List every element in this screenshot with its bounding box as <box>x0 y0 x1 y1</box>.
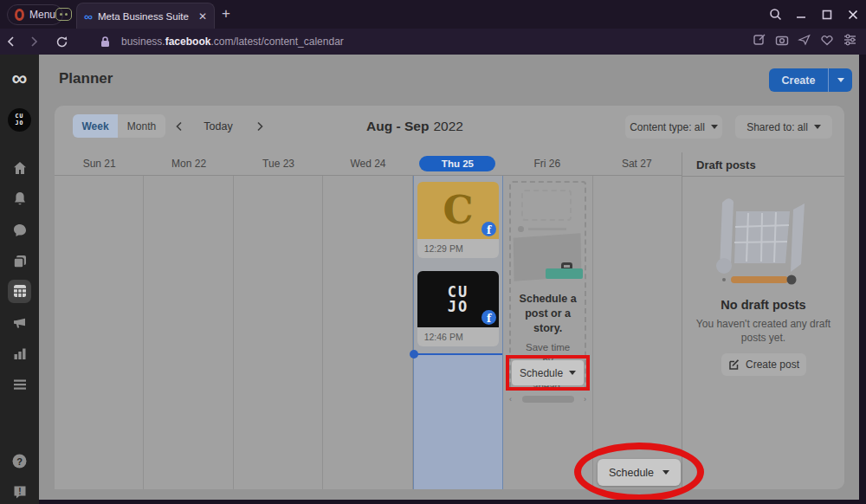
scroll-right-icon[interactable]: › <box>584 395 586 404</box>
chevron-down-icon <box>837 78 844 82</box>
placeholder-text-line <box>528 228 566 230</box>
calendar-column-sat[interactable] <box>593 176 682 489</box>
ads-icon[interactable] <box>0 311 39 333</box>
browser-menu-label: Menu <box>29 9 55 21</box>
lock-icon[interactable] <box>94 36 116 48</box>
calendar-column-thu[interactable]: C f 12:29 PM CUJO f 12:46 PM <box>413 176 503 489</box>
post-2-thumbnail: CUJO f <box>417 271 499 327</box>
today-button[interactable]: Today <box>196 114 241 138</box>
meta-logo-icon[interactable]: ∞ <box>0 67 39 89</box>
back-icon[interactable] <box>0 36 23 48</box>
shared-to-filter[interactable]: Shared to: all <box>735 115 832 139</box>
calendar-grid: C f 12:29 PM CUJO f 12:46 PM <box>55 176 682 489</box>
day-header-tue[interactable]: Tue 23 <box>234 152 323 175</box>
divider <box>682 176 844 177</box>
svg-text:!: ! <box>18 487 21 496</box>
post-2-time: 12:46 PM <box>417 327 499 346</box>
day-header-wed[interactable]: Wed 24 <box>323 152 412 175</box>
post-2-thumb-logo: CUJO <box>448 285 469 313</box>
chevron-down-icon <box>711 125 718 129</box>
heart-icon[interactable] <box>820 33 834 50</box>
day-header-sun[interactable]: Sun 21 <box>55 152 144 175</box>
business-avatar[interactable]: CUJO <box>8 108 31 132</box>
create-button[interactable]: Create <box>769 68 852 92</box>
browser-search-icon[interactable] <box>762 0 788 29</box>
post-1-thumbnail: C f <box>417 182 499 239</box>
maximize-button[interactable] <box>814 0 840 29</box>
draft-posts-title: Draft posts <box>696 158 756 171</box>
placeholder-title: Schedule a post or a story. <box>511 292 585 336</box>
workspace-icon[interactable] <box>55 8 72 21</box>
placeholder-avatar-dot <box>518 226 524 232</box>
minimize-button[interactable] <box>788 0 814 29</box>
planner-page: Planner Create Week Month Today Aug - Se… <box>39 55 859 500</box>
address-bar: business.facebook.com/latest/content_cal… <box>0 29 866 55</box>
selected-day-highlight <box>414 355 502 489</box>
browser-tab-bar: Menu ∞ Meta Business Suite ✕ + <box>0 0 866 29</box>
app-sidebar: ∞ CUJO ? ! <box>0 55 39 504</box>
scroll-left-icon[interactable]: ‹ <box>509 395 512 404</box>
forward-icon[interactable] <box>23 36 45 48</box>
calendar-column-fri[interactable]: Schedule a post or a story. Save time by… <box>503 176 592 489</box>
reload-icon[interactable] <box>50 36 73 48</box>
scheduled-post-1[interactable]: C f 12:29 PM <box>417 182 499 258</box>
chevron-down-icon <box>662 470 669 475</box>
sidebar-settings-icon[interactable] <box>843 33 857 50</box>
close-window-button[interactable] <box>840 0 866 29</box>
content-type-filter[interactable]: Content type: all <box>625 115 722 139</box>
placeholder-scrollbar[interactable]: ‹ › <box>509 394 586 404</box>
feedback-icon[interactable]: ! <box>0 481 39 503</box>
scheduled-post-2[interactable]: CUJO f 12:46 PM <box>417 271 499 346</box>
scrollbar-thumb[interactable] <box>522 396 574 403</box>
current-time-line <box>414 353 502 355</box>
calendar-column-tue[interactable] <box>234 176 323 489</box>
day-header-fri[interactable]: Fri 26 <box>502 152 591 175</box>
facebook-badge-icon: f <box>481 310 496 325</box>
chevron-down-icon <box>814 125 821 129</box>
tab-meta-business-suite[interactable]: ∞ Meta Business Suite ✕ <box>76 3 215 29</box>
annotation-red-rectangle <box>506 355 590 391</box>
no-drafts-illustration <box>703 191 824 296</box>
camera-icon[interactable] <box>775 33 789 50</box>
facebook-badge-icon: f <box>481 222 496 236</box>
day-header-sat[interactable]: Sat 27 <box>592 152 682 175</box>
new-tab-button[interactable]: + <box>222 5 230 23</box>
schedule-dropdown-button-zoomed[interactable]: Schedule <box>598 459 681 486</box>
more-tools-icon[interactable] <box>0 373 39 396</box>
snapshot-icon[interactable] <box>753 33 766 50</box>
meta-favicon-icon: ∞ <box>84 10 93 23</box>
insights-icon[interactable] <box>0 342 39 365</box>
page-title: Planner <box>59 70 113 87</box>
help-icon[interactable]: ? <box>0 449 39 472</box>
view-toggle-month[interactable]: Month <box>118 114 165 138</box>
url-text[interactable]: business.facebook.com/latest/content_cal… <box>121 36 344 48</box>
create-dropdown-arrow[interactable] <box>828 68 852 92</box>
home-icon[interactable] <box>0 157 39 179</box>
create-post-button[interactable]: Create post <box>721 353 806 376</box>
day-header-row: Sun 21 Mon 22 Tue 23 Wed 24 Thu 25 Fri 2… <box>55 152 682 176</box>
tab-close-icon[interactable]: ✕ <box>198 10 207 23</box>
placeholder-card-illustration <box>521 190 572 221</box>
posts-icon[interactable] <box>0 250 39 273</box>
view-toggle-week[interactable]: Week <box>73 114 118 138</box>
svg-text:?: ? <box>16 456 23 466</box>
draft-posts-panel: Draft posts No draft posts <box>682 152 844 489</box>
compose-icon <box>728 359 740 371</box>
inbox-icon[interactable] <box>0 219 39 242</box>
create-button-label[interactable]: Create <box>769 68 828 92</box>
prev-week-icon[interactable] <box>169 114 190 138</box>
day-header-thu-selected[interactable]: Thu 25 <box>413 152 502 175</box>
opera-logo-icon <box>15 9 24 21</box>
current-time-dot <box>410 350 418 359</box>
tab-title: Meta Business Suite <box>98 11 193 22</box>
day-header-mon[interactable]: Mon 22 <box>144 152 233 175</box>
calendar-column-mon[interactable] <box>144 176 233 489</box>
no-drafts-subtitle: You haven't created any draft posts yet. <box>693 317 834 345</box>
calendar-column-sun[interactable] <box>55 176 144 489</box>
send-icon[interactable] <box>798 33 811 50</box>
notifications-icon[interactable] <box>0 188 39 210</box>
placeholder-briefcase-illustration <box>546 268 583 279</box>
calendar-column-wed[interactable] <box>323 176 412 489</box>
planner-icon-selected[interactable] <box>0 280 39 302</box>
next-week-icon[interactable] <box>249 114 270 138</box>
